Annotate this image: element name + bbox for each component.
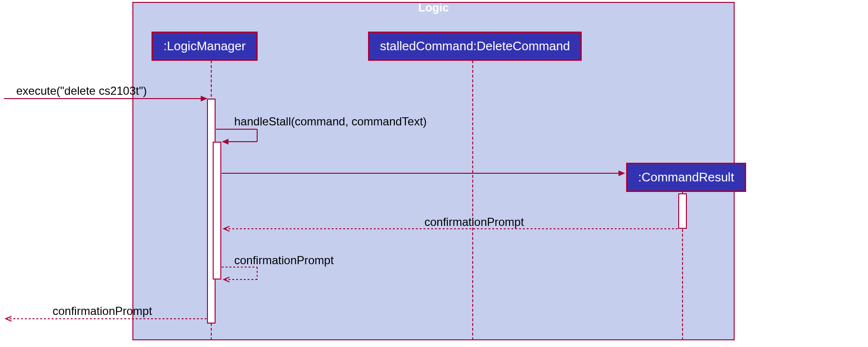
activation-command-result [678,193,687,229]
message-confirmation-prompt-2: confirmationPrompt [234,254,334,267]
lifeline-stalled-command [472,60,473,340]
activation-logic-manager-inner [213,142,221,280]
message-confirmation-prompt-1: confirmationPrompt [424,215,524,229]
frame-label: Logic [132,1,735,14]
message-execute: execute("delete cs2103t") [16,84,147,98]
message-handle-stall: handleStall(command, commandText) [234,115,427,128]
participant-command-result: :CommandResult [626,163,746,192]
participant-logic-manager: :LogicManager [152,32,258,61]
message-confirmation-prompt-3: confirmationPrompt [53,304,152,318]
participant-stalled-command: stalledCommand:DeleteCommand [368,32,582,61]
